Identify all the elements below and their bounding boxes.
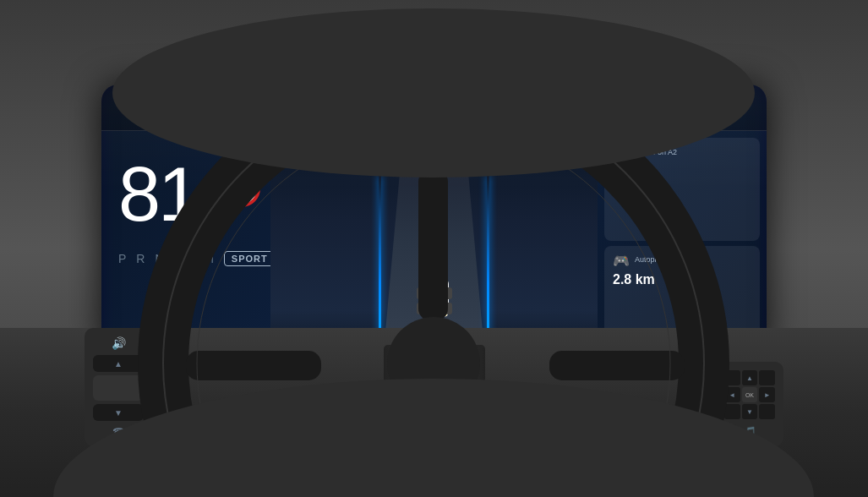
autopilot-icon: 🎮: [613, 253, 630, 269]
traffic-icon: 🚗: [613, 145, 630, 161]
right-bottom-icon: 🎵: [724, 426, 775, 438]
traffic-distance: 14.1 km: [613, 164, 751, 177]
navigation-bar: ↩ ↑ 400 m A2: [101, 85, 767, 131]
scroll-up-btn[interactable]: ▲: [93, 355, 144, 372]
svg-rect-5: [417, 287, 423, 299]
svg-rect-2: [425, 272, 444, 284]
traffic-card-header: 🚗 Traffic on A2: [613, 145, 751, 161]
sport-mode-badge[interactable]: SPORT: [224, 251, 276, 266]
scroll-down-btn[interactable]: ▼: [93, 404, 144, 421]
nav-distance-value: 400 m: [445, 92, 498, 111]
speed-limit-sign: 100 km/h: [223, 170, 260, 207]
dpad: ▲ ◄ OK ► ▼: [724, 370, 775, 419]
dpad-ok-btn[interactable]: OK: [742, 387, 758, 402]
scroll-handle[interactable]: [93, 375, 144, 401]
gear-P[interactable]: P: [118, 252, 126, 265]
dpad-right-btn[interactable]: ►: [759, 387, 775, 402]
ego-car-icon: [413, 262, 456, 321]
svg-rect-4: [437, 313, 447, 316]
autopilot-distance: 2.8 km: [613, 272, 751, 287]
scroll-down-icon: ▼: [114, 408, 123, 418]
dpad-up-btn[interactable]: ▲: [742, 370, 758, 385]
svg-rect-3: [422, 313, 432, 316]
road-view-panel: [270, 131, 598, 355]
autopilot-card-header: 🎮 Autopilot available in: [613, 253, 751, 269]
dpad-left-btn[interactable]: ◄: [724, 387, 740, 402]
dpad-empty-bl: [724, 404, 740, 419]
gear-R[interactable]: R: [136, 252, 145, 265]
traffic-card-title: Traffic on A2: [635, 148, 677, 158]
dpad-empty-br: [759, 404, 775, 419]
speed-limit-value: 100: [231, 179, 254, 193]
nav-road-name: A2: [445, 111, 458, 123]
left-control-pod: 🔊 ▲ ▼ ☎: [85, 328, 152, 446]
svg-rect-7: [417, 303, 423, 314]
autopilot-card-title: Autopilot available in: [635, 255, 705, 265]
gear-M[interactable]: M: [204, 252, 214, 265]
gear-D[interactable]: D: [174, 249, 194, 268]
instrument-cluster: ↩ ↑ 400 m A2 81 100 km/h P R N D M SPORT: [101, 85, 767, 355]
steering-column: [384, 345, 485, 497]
right-control-pod: ▲ ◄ OK ► ▼ 🎵: [716, 362, 783, 446]
dpad-empty-tl: [724, 370, 740, 385]
left-icon-top: 🔊: [93, 336, 144, 350]
svg-rect-6: [445, 287, 452, 299]
speed-limit-unit: km/h: [236, 193, 248, 199]
dpad-down-btn[interactable]: ▼: [742, 404, 758, 419]
speed-value: 81: [118, 156, 198, 232]
left-icon-bottom: ☎: [93, 426, 144, 438]
dpad-empty-tr: [759, 370, 775, 385]
turn-icon: ↩: [369, 92, 400, 123]
road-scene: [270, 131, 598, 355]
nav-distance-info: 400 m A2: [445, 92, 498, 123]
traffic-delay: · 5 min delay: [613, 177, 751, 185]
scroll-up-icon: ▲: [114, 359, 123, 369]
direction-arrow-icon: ↑: [417, 94, 429, 121]
svg-rect-8: [445, 303, 452, 314]
info-cards-panel: 🚗 Traffic on A2 14.1 km · 5 min delay 🎮 …: [598, 131, 767, 355]
traffic-info-card: 🚗 Traffic on A2 14.1 km · 5 min delay: [604, 138, 760, 241]
gear-N[interactable]: N: [155, 252, 163, 265]
